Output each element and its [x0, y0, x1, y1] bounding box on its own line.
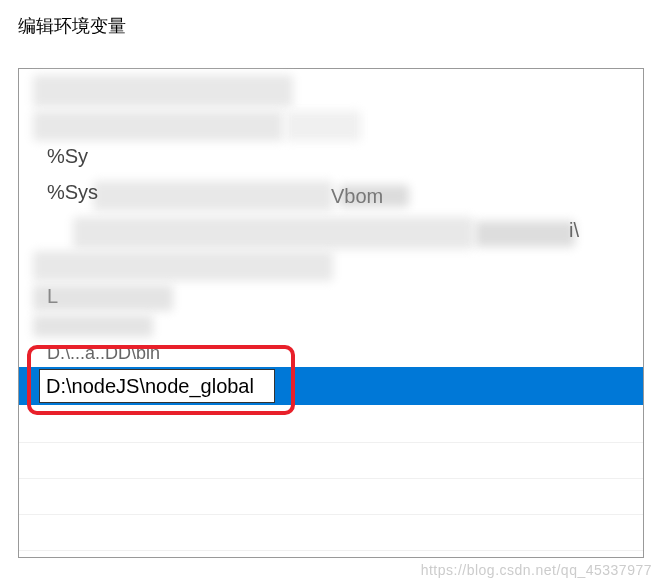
list-item-empty[interactable] [19, 407, 643, 443]
list-item-empty[interactable] [19, 515, 643, 551]
blurred-region [33, 285, 173, 311]
watermark-text: https://blog.csdn.net/qq_45337977 [421, 562, 652, 578]
blurred-region [33, 251, 333, 281]
empty-rows [19, 407, 643, 551]
blurred-region [33, 75, 293, 107]
path-list[interactable]: %Sy %Sys Vbom i\ L D.\...a..DD\bin [18, 68, 644, 558]
list-item-partial: %Sys [47, 181, 98, 204]
list-item-empty[interactable] [19, 443, 643, 479]
blurred-region [33, 111, 283, 141]
list-item-empty[interactable] [19, 479, 643, 515]
path-edit-input[interactable] [39, 369, 275, 403]
list-item-partial: %Sy [47, 145, 88, 168]
blurred-region [475, 221, 575, 247]
blurred-region [339, 185, 409, 207]
blurred-region [93, 181, 333, 211]
list-item-partial: D.\...a..DD\bin [47, 343, 160, 364]
blurred-region [73, 217, 473, 249]
dialog-title: 编辑环境变量 [0, 0, 662, 48]
blurred-region [33, 315, 153, 337]
blurred-region [285, 111, 361, 141]
